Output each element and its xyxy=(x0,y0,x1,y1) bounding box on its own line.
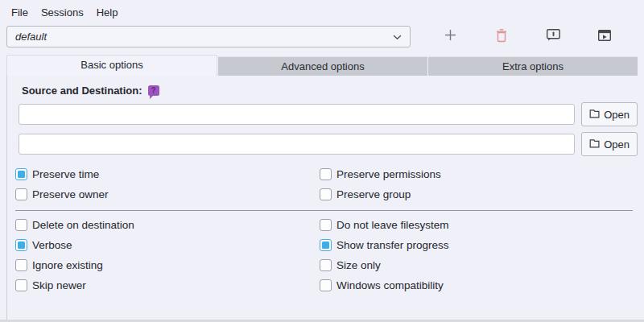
checkbox-mark xyxy=(322,242,329,249)
execute-button[interactable] xyxy=(592,25,617,47)
checkbox-unchecked-icon[interactable] xyxy=(320,279,332,291)
checkbox-show-transfer-progress[interactable]: Show transfer progress xyxy=(320,235,638,255)
checkbox-skip-newer[interactable]: Skip newer xyxy=(15,275,320,295)
checkbox-label: Windows compatibility xyxy=(336,279,444,291)
show-info-dialog-button[interactable] xyxy=(541,25,565,47)
tab-bar: Basic optionsAdvanced optionsExtra optio… xyxy=(6,55,638,76)
checkbox-label: Preserve owner xyxy=(32,188,109,200)
checkbox-checked-icon[interactable] xyxy=(15,239,27,251)
menu-item-file[interactable]: File xyxy=(5,5,35,20)
checkbox-mark xyxy=(18,171,25,178)
checkbox-preserve-time[interactable]: Preserve time xyxy=(15,164,320,184)
question-bubble-icon: ? xyxy=(148,85,159,96)
checkbox-ignore-existing[interactable]: Ignore existing xyxy=(15,255,320,275)
checkbox-preserve-permissions[interactable]: Preserve permissions xyxy=(320,164,638,184)
tab-extra-options[interactable]: Extra options xyxy=(428,56,638,76)
checkbox-label: Preserve time xyxy=(32,168,99,180)
checkbox-label: Delete on destination xyxy=(32,219,134,231)
checkbox-label: Preserve permissions xyxy=(336,168,441,180)
destination-input[interactable] xyxy=(19,134,575,155)
checkbox-checked-icon[interactable] xyxy=(15,168,27,180)
menu-item-sessions[interactable]: Sessions xyxy=(35,5,90,20)
checkbox-verbose[interactable]: Verbose xyxy=(15,235,320,255)
trash-icon xyxy=(495,28,508,45)
destination-open-button[interactable]: Open xyxy=(581,132,638,156)
checkbox-label: Verbose xyxy=(32,239,72,251)
section-title: Source and Destination: xyxy=(22,85,142,97)
section-title-row: Source and Destination: ? xyxy=(22,85,638,97)
checkbox-label: Show transfer progress xyxy=(336,239,449,251)
checkbox-label: Size only xyxy=(336,259,381,271)
delete-session-button[interactable] xyxy=(489,25,514,47)
checkbox-unchecked-icon[interactable] xyxy=(15,188,27,200)
checkbox-group-preserve: Preserve timePreserve permissionsPreserv… xyxy=(15,164,638,204)
source-open-button[interactable]: Open xyxy=(581,102,638,126)
checkbox-label: Do not leave filesystem xyxy=(336,219,449,231)
checkbox-unchecked-icon[interactable] xyxy=(320,259,332,271)
checkbox-unchecked-icon[interactable] xyxy=(15,259,27,271)
checkbox-checked-icon[interactable] xyxy=(320,239,332,251)
checkbox-unchecked-icon[interactable] xyxy=(320,188,332,200)
checkbox-label: Skip newer xyxy=(32,279,86,291)
checkbox-preserve-group[interactable]: Preserve group xyxy=(320,184,638,204)
checkbox-group-transfer: Delete on destinationDo not leave filesy… xyxy=(15,215,638,295)
open-button-label: Open xyxy=(604,138,630,151)
toolbar-buttons xyxy=(411,25,644,47)
destination-row: Open xyxy=(15,132,638,156)
options-checkbox-area: Preserve timePreserve permissionsPreserv… xyxy=(15,164,638,295)
checkbox-preserve-owner[interactable]: Preserve owner xyxy=(15,184,320,204)
checkbox-delete-on-destination[interactable]: Delete on destination xyxy=(15,215,320,235)
tab-advanced-options[interactable]: Advanced options xyxy=(218,56,427,76)
checkbox-unchecked-icon[interactable] xyxy=(320,168,332,180)
toolbar: default xyxy=(0,25,644,47)
checkbox-windows-compatibility[interactable]: Windows compatibility xyxy=(320,275,638,295)
open-button-label: Open xyxy=(604,109,630,121)
dialog-info-icon xyxy=(546,28,561,44)
checkbox-size-only[interactable]: Size only xyxy=(320,255,638,275)
run-window-icon xyxy=(597,29,612,44)
add-session-button[interactable] xyxy=(438,25,462,47)
checkbox-unchecked-icon[interactable] xyxy=(320,219,332,231)
chevron-down-icon xyxy=(393,31,402,43)
folder-icon xyxy=(589,138,600,151)
session-combo-value: default xyxy=(15,31,47,43)
menu-item-help[interactable]: Help xyxy=(90,5,125,20)
basic-options-panel: Source and Destination: ? Open Open Pres… xyxy=(6,76,644,322)
source-row: Open xyxy=(15,102,638,126)
checkbox-unchecked-icon[interactable] xyxy=(15,219,27,231)
menu-bar: FileSessionsHelp xyxy=(0,0,644,22)
tab-basic-options[interactable]: Basic options xyxy=(6,55,217,76)
folder-icon xyxy=(589,109,600,121)
source-input[interactable] xyxy=(19,104,575,125)
checkbox-mark xyxy=(18,242,25,249)
checkbox-label: Ignore existing xyxy=(32,259,103,271)
checkbox-label: Preserve group xyxy=(336,188,411,200)
plus-icon xyxy=(444,28,457,44)
separator-line xyxy=(15,210,633,211)
session-combo[interactable]: default xyxy=(6,26,411,47)
checkbox-unchecked-icon[interactable] xyxy=(15,279,27,291)
checkbox-do-not-leave-filesystem[interactable]: Do not leave filesystem xyxy=(320,215,638,235)
